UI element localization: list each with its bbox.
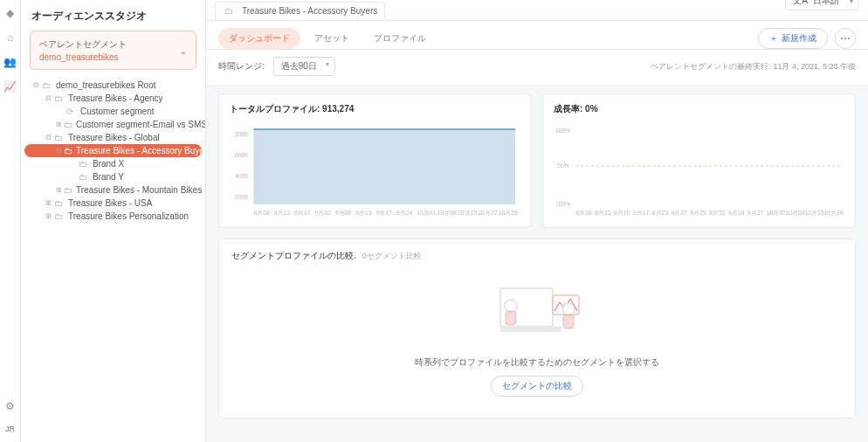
tree-toggle-icon[interactable]: ⊟ [31, 81, 40, 89]
new-button[interactable]: ＋ 新規作成 [758, 28, 828, 49]
segment-compare-card: セグメントプロファイルの比較. 0セグメント比較 時系列でプロファイルを比較する… [218, 238, 856, 418]
nav-home-icon[interactable]: ⌂ [4, 31, 17, 44]
more-button[interactable]: ⋯ [835, 28, 856, 49]
folder-icon: 🗀 [42, 80, 52, 90]
tree-item-label: Treasure Bikes - USA [68, 198, 152, 208]
tree-item[interactable]: ⟳Customer segment [24, 105, 202, 118]
tree-item-label: Treasure Bikes - Global [68, 133, 160, 142]
parent-segment-label: ペアレントセグメント [39, 38, 187, 51]
growth-rate-value: 0% [585, 104, 597, 114]
user-initials[interactable]: JR [5, 425, 15, 433]
svg-text:600K: 600K [235, 152, 249, 158]
tree-item[interactable]: ⊞🗀Treasure Bikes Personalization [24, 210, 202, 223]
tree-toggle-icon[interactable]: ⊟ [44, 134, 52, 142]
chevron-down-icon: ▾ [850, 0, 853, 5]
svg-text:9月08: 9月08 [335, 210, 351, 216]
sidebar: オーディエンススタジオ ペアレントセグメント demo_treasurebike… [21, 0, 206, 442]
tree-item-label: demo_treasurebikes Root [56, 80, 156, 90]
tree-item-label: Customer segment [80, 107, 154, 116]
tree-toggle-icon[interactable]: ⊞ [44, 212, 52, 220]
tree-item[interactable]: ⊟🗀demo_treasurebikes Root [24, 79, 202, 92]
svg-text:8月31: 8月31 [709, 210, 725, 216]
svg-text:9月02: 9月02 [314, 210, 330, 216]
tree-item[interactable]: ⊞🗀Treasure Bikes - USA [24, 197, 202, 210]
compare-title: セグメントプロファイルの比較. [231, 251, 356, 260]
compare-subtitle: 0セグメント比較 [362, 252, 422, 260]
svg-text:8月08: 8月08 [253, 210, 269, 216]
compare-segments-button[interactable]: セグメントの比較 [491, 376, 583, 397]
tree-item-label: Treasure Bikes - Agency [68, 93, 163, 103]
tree-item[interactable]: ⊟🗀Treasure Bikes - Global [24, 131, 202, 144]
svg-text:8月27: 8月27 [672, 210, 687, 216]
growth-rate-card: 成長率: 0% 100% 50% 100% 8月088月138月168月178月… [542, 93, 856, 228]
svg-text:8月16: 8月16 [614, 210, 630, 216]
folder-icon: 🗀 [79, 159, 89, 169]
tab-dashboard[interactable]: ダッシュボード [218, 28, 300, 49]
parent-segment-selector[interactable]: ペアレントセグメント demo_treasurebikes ⌄ [30, 31, 196, 70]
svg-text:9月27: 9月27 [747, 210, 763, 216]
svg-text:10月22: 10月22 [478, 210, 497, 216]
tree-item[interactable]: ⊞🗀Treasure Bikes - Mountain Bikes [24, 183, 202, 197]
svg-text:8月13: 8月13 [274, 210, 290, 216]
tree-item[interactable]: ⊟🗀Treasure Bikes - Accessory Buyers [24, 144, 202, 157]
tree-toggle-icon[interactable]: ⊟ [44, 94, 52, 102]
svg-text:8月23: 8月23 [652, 210, 668, 216]
svg-text:800K: 800K [235, 131, 249, 137]
timerange-label: 時間レンジ: [218, 60, 265, 73]
folder-icon: 🗀 [54, 133, 65, 142]
svg-text:9月17: 9月17 [376, 210, 392, 216]
tree-toggle-icon[interactable]: ⊟ [56, 147, 62, 155]
tree-item-label: Treasure Bikes - Accessory Buyers [76, 146, 205, 155]
folder-icon: 🗀 [54, 198, 65, 208]
svg-text:10月01: 10月01 [417, 210, 436, 216]
svg-text:50%: 50% [557, 162, 569, 169]
timerange-select[interactable]: 過去90日 [273, 57, 335, 76]
tree-toggle-icon[interactable]: ⊞ [56, 121, 62, 128]
parent-segment-name: demo_treasurebikes [39, 52, 187, 62]
folder-icon: 🗀 [79, 172, 89, 182]
svg-rect-38 [500, 327, 561, 332]
svg-text:10月08: 10月08 [786, 210, 805, 216]
translate-icon: 文A [793, 0, 808, 7]
language-selector[interactable]: 文A 日本語 ▾ [785, 0, 859, 10]
folder-icon: 🗀 [64, 120, 72, 129]
total-profiles-label: トータルプロファイル: [230, 104, 322, 114]
breadcrumb-tab[interactable]: 🗀 Treasure Bikes - Accessory Buyers [215, 2, 385, 19]
empty-illustration [485, 276, 589, 346]
tree-toggle-icon[interactable]: ⊞ [44, 199, 52, 207]
tab-profile[interactable]: プロファイル [363, 28, 437, 49]
svg-text:200K: 200K [235, 194, 249, 200]
nav-audience-icon[interactable]: 👥 [4, 56, 17, 68]
svg-text:8月13: 8月13 [595, 210, 610, 216]
svg-text:10月15: 10月15 [458, 210, 477, 216]
new-button-label: 新規作成 [782, 32, 816, 45]
tree-item[interactable]: 🗀Brand Y [24, 170, 202, 183]
svg-text:8月08: 8月08 [575, 210, 591, 216]
total-profiles-value: 913,274 [322, 104, 354, 114]
tab-assets[interactable]: アセット [304, 28, 360, 49]
tree-item[interactable]: 🗀Brand X [24, 157, 202, 170]
folder-icon: 🗀 [224, 6, 235, 16]
folder-icon: 🗀 [54, 211, 65, 221]
chevron-down-icon: ⌄ [179, 45, 187, 56]
folder-icon: 🗀 [64, 146, 72, 155]
tree-item-label: Treasure Bikes Personalization [68, 211, 189, 221]
svg-point-40 [505, 300, 517, 312]
tree-item[interactable]: ⊞🗀Customer segment-Email vs SMS [24, 118, 202, 131]
svg-text:9月24: 9月24 [396, 210, 412, 216]
tree-toggle-icon[interactable]: ⊞ [56, 186, 62, 194]
nav-analytics-icon[interactable]: 📈 [4, 80, 17, 93]
settings-icon[interactable]: ⚙ [4, 400, 17, 412]
last-run-text: ペアレントセグメントの最終実行: 11月 4, 2021, 5:23 午後 [651, 61, 856, 73]
total-profiles-card: トータルプロファイル: 913,274 800K 600K 400K 200K … [218, 93, 532, 228]
tree-item-label: Treasure Bikes - Mountain Bikes [76, 185, 202, 195]
empty-state-text: 時系列でプロファイルを比較するためのセグメントを選択する [415, 356, 659, 369]
svg-text:10月29: 10月29 [823, 210, 843, 216]
tree-item-label: Brand X [93, 159, 124, 169]
total-profiles-chart: 800K 600K 400K 200K 8月088月138月179月029月08… [230, 122, 520, 218]
plus-icon: ＋ [769, 32, 778, 45]
tree-item-label: Brand Y [93, 172, 124, 182]
svg-point-42 [562, 303, 575, 315]
svg-text:100%: 100% [555, 201, 570, 207]
tree-item[interactable]: ⊟🗀Treasure Bikes - Agency [24, 92, 202, 105]
